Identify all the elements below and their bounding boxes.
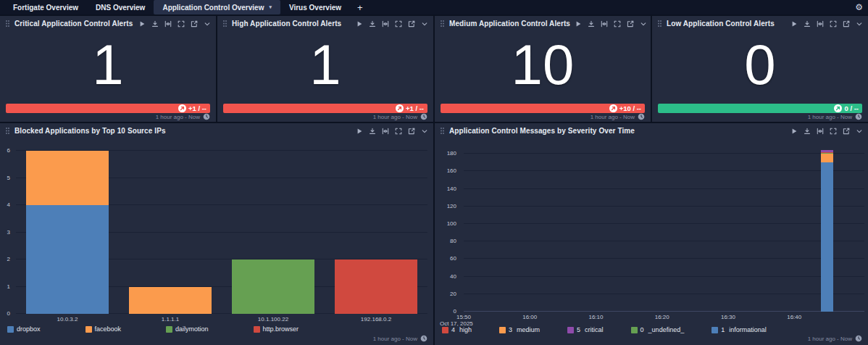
legend-swatch (7, 326, 14, 333)
legend-swatch (567, 327, 574, 333)
tab-fortigate-overview[interactable]: Fortigate Overview (4, 0, 87, 14)
panel-toolbar (356, 128, 428, 135)
stacked-bar[interactable] (26, 151, 109, 314)
grid-line (464, 223, 864, 224)
tab-application-control-overview[interactable]: Application Control Overview▾ (154, 0, 280, 14)
bar-segment-facebook[interactable] (26, 151, 109, 205)
download-icon[interactable] (369, 128, 376, 135)
collapse-chevron-icon[interactable] (421, 20, 428, 28)
stacked-bar[interactable] (232, 259, 314, 314)
time-interval-icon[interactable] (382, 128, 389, 135)
legend-item-facebook[interactable]: facebook (85, 325, 122, 333)
bar-segment-http.browser[interactable] (335, 259, 417, 314)
legend-swatch (631, 327, 638, 333)
time-series-chart: 020406080100120140160180 15:5016:0016:10… (435, 138, 868, 345)
add-tab-button[interactable]: + (350, 0, 370, 14)
download-icon[interactable] (151, 20, 159, 28)
stacked-bar[interactable] (335, 259, 417, 314)
export-icon[interactable] (843, 128, 850, 135)
panel-toolbar (138, 20, 211, 28)
trend-arrow-icon (609, 104, 617, 112)
export-icon[interactable] (627, 20, 634, 28)
x-axis-tick: 16:20 (655, 314, 669, 320)
panel-title: Low Application Control Alerts (667, 20, 775, 28)
y-axis-tick: 6 (7, 148, 10, 154)
fullscreen-icon[interactable] (830, 20, 837, 28)
bar-segment-informational[interactable] (821, 162, 833, 312)
settings-gear-icon[interactable]: ⚙ (855, 0, 863, 14)
play-icon[interactable] (575, 20, 582, 28)
collapse-chevron-icon[interactable] (856, 20, 863, 28)
grid-line (464, 241, 864, 241)
legend-item-http.browser[interactable]: http.browser (254, 325, 299, 333)
delta-badge: +1 / -- (396, 104, 424, 112)
play-icon[interactable] (138, 20, 146, 28)
export-icon[interactable] (408, 128, 415, 135)
time-range-label: 1 hour ago - Now (156, 114, 200, 120)
download-icon[interactable] (369, 20, 376, 28)
blocked-apps-panel: Blocked Applications by Top 10 Source IP… (0, 123, 433, 345)
legend-item-medium[interactable]: 3medium (499, 326, 540, 333)
time-interval-icon[interactable] (601, 20, 608, 28)
drag-handle-icon[interactable] (440, 20, 445, 28)
fullscreen-icon[interactable] (830, 128, 837, 135)
fullscreen-icon[interactable] (395, 128, 402, 135)
time-interval-icon[interactable] (817, 128, 824, 135)
bar-segment-facebook[interactable] (129, 287, 212, 315)
drag-handle-icon[interactable] (5, 20, 10, 28)
stacked-bar[interactable] (821, 150, 833, 312)
play-icon[interactable] (356, 128, 363, 135)
legend-item-_undefined_[interactable]: 0_undefined_ (631, 326, 685, 333)
download-icon[interactable] (804, 20, 811, 28)
play-icon[interactable] (356, 20, 363, 28)
severity-over-time-panel: Application Control Messages by Severity… (435, 123, 868, 345)
legend-count: 3 (509, 326, 512, 333)
drag-handle-icon[interactable] (5, 127, 10, 135)
delta-text: +1 / -- (406, 105, 424, 112)
fullscreen-icon[interactable] (614, 20, 621, 28)
download-icon[interactable] (588, 20, 595, 28)
download-icon[interactable] (804, 128, 811, 135)
x-axis-tick: 192.168.0.2 (325, 316, 427, 323)
drag-handle-icon[interactable] (440, 127, 445, 135)
collapse-chevron-icon[interactable] (204, 20, 211, 28)
export-icon[interactable] (843, 20, 850, 28)
x-axis-tick: 15:50 (456, 314, 471, 320)
trend-bar: +1 / -- (6, 104, 210, 113)
time-range-label: 1 hour ago - Now (591, 114, 635, 120)
y-axis-tick: 160 (447, 168, 456, 174)
y-axis-tick: 1 (7, 284, 10, 290)
bar-segment-dailymotion[interactable] (232, 259, 314, 314)
bar-segment-medium[interactable] (821, 154, 833, 162)
stacked-bar[interactable] (129, 287, 212, 315)
collapse-chevron-icon[interactable] (856, 128, 863, 135)
time-interval-icon[interactable] (817, 20, 824, 28)
time-interval-icon[interactable] (164, 20, 172, 28)
tab-virus-overview[interactable]: Virus Overview (280, 0, 350, 14)
fullscreen-icon[interactable] (178, 20, 185, 28)
x-axis: 10.0.3.21.1.1.110.1.100.22192.168.0.2 (16, 316, 427, 323)
tab-label: Virus Overview (289, 4, 341, 12)
legend-item-high[interactable]: 4high (442, 326, 472, 333)
legend-item-dailymotion[interactable]: dailymotion (166, 325, 209, 333)
export-icon[interactable] (191, 20, 198, 28)
collapse-chevron-icon[interactable] (640, 20, 647, 28)
fullscreen-icon[interactable] (395, 20, 402, 28)
legend-item-dropbox[interactable]: dropbox (7, 325, 41, 333)
collapse-chevron-icon[interactable] (421, 128, 428, 135)
y-axis: 0123456 (0, 151, 13, 314)
play-icon[interactable] (790, 20, 798, 28)
bar-segment-dropbox[interactable] (26, 205, 109, 314)
trend-arrow-icon (834, 104, 842, 112)
time-interval-icon[interactable] (382, 20, 389, 28)
drag-handle-icon[interactable] (657, 20, 662, 28)
time-range: 1 hour ago - Now (156, 113, 210, 120)
chart-legend: dropboxfacebookdailymotionhttp.browser (7, 325, 299, 333)
tab-dns-overview[interactable]: DNS Overview (87, 0, 154, 14)
legend-item-informational[interactable]: 1informational (711, 326, 767, 333)
drag-handle-icon[interactable] (222, 20, 228, 28)
play-icon[interactable] (790, 128, 798, 135)
export-icon[interactable] (408, 20, 415, 28)
legend-swatch (711, 327, 718, 333)
legend-item-critical[interactable]: 5critical (567, 326, 604, 333)
